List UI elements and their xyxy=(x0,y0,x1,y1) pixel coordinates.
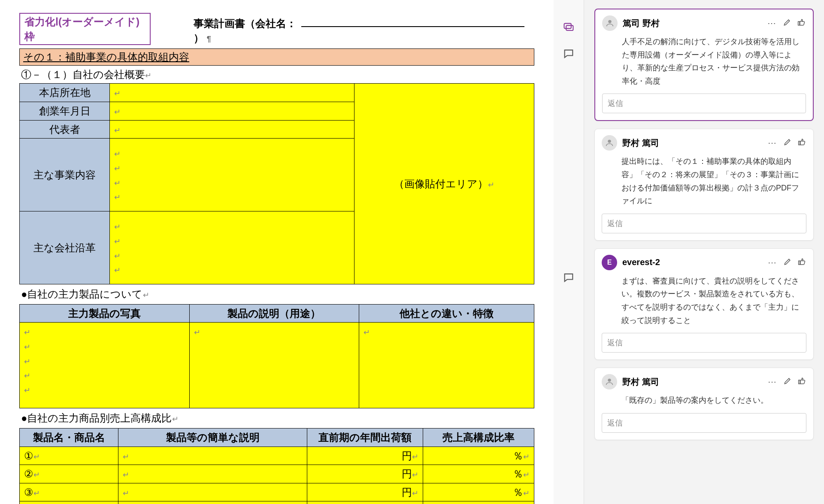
row-label: 主な事業内容 xyxy=(20,139,110,211)
comment-body: まずは、審査員に向けて、貴社の説明をしてください。複数のサービス・製品製造をされ… xyxy=(602,275,806,327)
cell-value[interactable]: ↵ xyxy=(118,465,307,483)
comment-card[interactable]: E everest-2 ⋯ まずは、審査員に向けて、貴社の説明をしてください。複… xyxy=(594,248,814,360)
comment-thread-icon[interactable] xyxy=(563,21,575,35)
more-icon[interactable]: ⋯ xyxy=(768,138,777,148)
sub-section-title: ①－（１）自社の会社概要↵ xyxy=(19,66,534,84)
edit-icon[interactable] xyxy=(783,257,792,268)
comments-panel[interactable]: 篤司 野村 ⋯ 人手不足の解消に向けて、デジタル技術等を活用した専用設備（オーダ… xyxy=(584,0,824,504)
cell-value[interactable]: ↵ xyxy=(118,501,307,504)
row-label: 主な会社沿革 xyxy=(20,211,110,284)
edit-icon[interactable] xyxy=(783,18,791,28)
comment-body: 「既存の」製品等の案内をしてください。 xyxy=(602,394,806,407)
comment-author: 篤司 野村 xyxy=(623,18,762,29)
svg-point-4 xyxy=(608,379,611,382)
edit-icon[interactable] xyxy=(783,138,792,148)
cell-yen[interactable]: 円↵ xyxy=(307,483,423,501)
col-header: 製品等の簡単な説明 xyxy=(118,428,307,447)
cell-yen[interactable]: 円↵ xyxy=(307,465,423,483)
title-prefix: 事業計画書（会社名： xyxy=(194,18,297,29)
svg-point-3 xyxy=(608,140,611,143)
like-icon[interactable] xyxy=(798,257,806,268)
cell-value[interactable]: ↵ xyxy=(110,84,354,102)
cell-value[interactable]: ↵ xyxy=(189,323,359,408)
cell-yen[interactable]: 円↵ xyxy=(307,501,423,504)
more-icon[interactable]: ⋯ xyxy=(768,377,777,387)
cell-value[interactable]: ↵↵ ↵↵ xyxy=(110,211,354,284)
reply-input[interactable]: 返信 xyxy=(602,214,806,233)
comment-author: 野村 篤司 xyxy=(622,137,763,149)
cell-pct[interactable]: ％↵ xyxy=(423,447,534,465)
avatar xyxy=(602,15,618,31)
like-icon[interactable] xyxy=(798,138,806,148)
cell-value[interactable]: ↵ xyxy=(110,120,354,139)
reply-input[interactable]: 返信 xyxy=(602,333,806,353)
col-header: 他社との違い・特徴 xyxy=(359,304,534,323)
col-header: 直前期の年間出荷額 xyxy=(307,428,423,447)
cell-value[interactable]: ↵ xyxy=(359,323,534,408)
document-title: 事業計画書（会社名： ） ¶ xyxy=(194,16,534,45)
frame-label: 省力化Ⅰ(オーダーメイド)枠 xyxy=(19,13,151,45)
svg-point-2 xyxy=(608,20,611,23)
more-icon[interactable]: ⋯ xyxy=(767,18,777,28)
cell-yen[interactable]: 円↵ xyxy=(307,447,423,465)
section-1-title: その１：補助事業の具体的取組内容 xyxy=(19,48,534,66)
row-num[interactable]: ②↵ xyxy=(20,465,118,483)
company-overview-table: 本店所在地 ↵ （画像貼付エリア）↵ 創業年月日 ↵ 代表者 ↵ 主な事業内容 … xyxy=(19,83,534,284)
document-content: 省力化Ⅰ(オーダーメイド)枠 事業計画書（会社名： ） ¶ その１：補助事業の具… xyxy=(19,0,534,504)
title-suffix: ） xyxy=(194,32,204,44)
reply-input[interactable]: 返信 xyxy=(602,413,806,433)
edit-icon[interactable] xyxy=(783,377,792,387)
comment-card[interactable]: 篤司 野村 ⋯ 人手不足の解消に向けて、デジタル技術等を活用した専用設備（オーダ… xyxy=(594,9,814,121)
comment-body: 人手不足の解消に向けて、デジタル技術等を活用した専用設備（オーダーメイド設備）の… xyxy=(602,35,806,88)
like-icon[interactable] xyxy=(798,377,806,387)
row-label: 代表者 xyxy=(20,120,110,139)
cell-pct[interactable]: ％↵ xyxy=(423,483,534,501)
row-num[interactable]: ④その他↵ xyxy=(20,501,118,504)
sales-composition-table: 製品名・商品名 製品等の簡単な説明 直前期の年間出荷額 売上高構成比率 ①↵ ↵… xyxy=(19,428,534,504)
cell-value[interactable]: ↵ xyxy=(110,102,354,120)
document-canvas[interactable]: 省力化Ⅰ(オーダーメイド)枠 事業計画書（会社名： ） ¶ その１：補助事業の具… xyxy=(0,0,554,504)
row-num[interactable]: ①↵ xyxy=(20,447,118,465)
comment-indicator-strip xyxy=(554,0,584,504)
company-name-blank xyxy=(301,17,524,27)
comment-card[interactable]: 野村 篤司 ⋯ 提出時には、「その１：補助事業の具体的取組内容」「その２：将来の… xyxy=(594,129,814,240)
col-header: 製品の説明（用途） xyxy=(189,304,359,323)
col-header: 売上高構成比率 xyxy=(423,428,534,447)
cell-pct[interactable]: ％↵ xyxy=(423,501,534,504)
cell-value[interactable]: ↵↵ ↵↵ xyxy=(110,139,354,211)
avatar: E xyxy=(602,255,617,270)
col-header: 製品名・商品名 xyxy=(20,428,118,447)
avatar xyxy=(602,135,617,151)
like-icon[interactable] xyxy=(797,18,806,28)
svg-rect-0 xyxy=(564,24,571,29)
comment-author: everest-2 xyxy=(622,257,763,267)
cell-value[interactable]: ↵↵ ↵↵ ↵ xyxy=(20,323,190,408)
comment-icon[interactable] xyxy=(563,48,575,62)
cell-value[interactable]: ↵ xyxy=(118,483,307,501)
cell-value[interactable]: ↵ xyxy=(118,447,307,465)
main-products-table: 主力製品の写真 製品の説明（用途） 他社との違い・特徴 ↵↵ ↵↵ ↵ ↵ ↵ xyxy=(19,304,534,409)
row-label: 本店所在地 xyxy=(20,84,110,102)
col-header: 主力製品の写真 xyxy=(20,304,190,323)
svg-rect-1 xyxy=(566,25,573,30)
comment-author: 野村 篤司 xyxy=(622,376,763,388)
image-paste-area[interactable]: （画像貼付エリア）↵ xyxy=(354,84,534,284)
bullet-sales-composition: ●自社の主力商品別売上高構成比↵ xyxy=(19,408,534,428)
avatar xyxy=(602,374,617,389)
reply-input[interactable]: 返信 xyxy=(602,94,806,113)
more-icon[interactable]: ⋯ xyxy=(768,257,777,268)
comment-icon[interactable] xyxy=(563,272,575,286)
comment-body: 提出時には、「その１：補助事業の具体的取組内容」「その２：将来の展望」「その３：… xyxy=(602,155,806,207)
row-label: 創業年月日 xyxy=(20,102,110,120)
bullet-main-products: ●自社の主力製品について↵ xyxy=(19,284,534,304)
cell-pct[interactable]: ％↵ xyxy=(423,465,534,483)
row-num[interactable]: ③↵ xyxy=(20,483,118,501)
comment-card[interactable]: 野村 篤司 ⋯ 「既存の」製品等の案内をしてください。 返信 xyxy=(594,368,814,440)
